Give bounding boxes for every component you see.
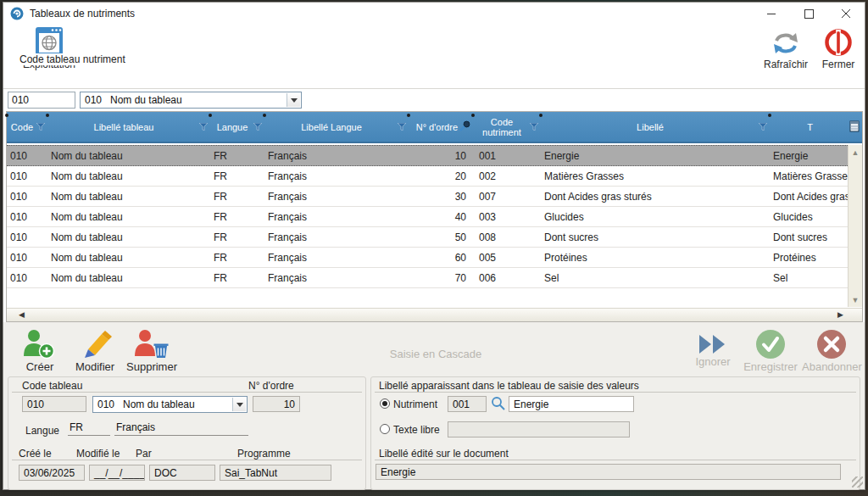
- column-header[interactable]: Langue: [210, 112, 264, 142]
- save-button[interactable]: Enregistrer: [743, 329, 798, 373]
- table-row[interactable]: 010Nom du tableauFRFrançais60005Protéine…: [7, 248, 848, 268]
- column-header[interactable]: Libellé: [541, 112, 770, 142]
- modify-button[interactable]: Modifier: [70, 329, 120, 373]
- filter-code-input[interactable]: [8, 92, 75, 109]
- column-resize-handle[interactable]: [407, 114, 410, 117]
- table-cell: Nom du tableau: [47, 187, 210, 206]
- form-combo-label: Nom du tableau: [123, 398, 195, 410]
- table-cell: Français: [264, 227, 409, 247]
- column-header-label: Langue: [213, 122, 252, 132]
- create-label: Créer: [26, 360, 54, 373]
- column-header[interactable]: Libellé Langue: [264, 112, 409, 142]
- column-resize-handle[interactable]: [471, 114, 475, 117]
- table-cell: 40: [409, 207, 473, 226]
- form-table-combo[interactable]: 010Nom du tableau: [92, 396, 248, 413]
- app-window: Tableaux de nutriments Exploitation: [3, 2, 865, 490]
- table-cell: Français: [264, 268, 409, 287]
- scroll-left-arrow-icon[interactable]: ◀: [19, 310, 25, 319]
- column-header-label: Libellé: [543, 122, 757, 132]
- save-check-icon: [755, 329, 786, 359]
- filter-funnel-icon[interactable]: [253, 123, 262, 131]
- scroll-right-arrow-icon[interactable]: ▶: [837, 310, 843, 319]
- power-close-icon: [824, 28, 853, 57]
- maximize-button[interactable]: [790, 3, 827, 25]
- par-field: DOC: [149, 465, 215, 481]
- combo-dropdown-arrow-icon[interactable]: [287, 93, 300, 107]
- table-cell: 010: [7, 187, 47, 206]
- column-header[interactable]: N° d'ordre: [409, 112, 473, 142]
- vertical-scrollbar[interactable]: ▲ ▼: [848, 145, 862, 307]
- nutriment-code-field: 001: [448, 396, 487, 412]
- filter-funnel-icon[interactable]: [398, 123, 406, 131]
- column-resize-handle[interactable]: [263, 114, 266, 117]
- nutriment-radio[interactable]: [380, 398, 390, 409]
- nutriment-lookup-icon[interactable]: [491, 396, 506, 411]
- section-rule: [375, 460, 856, 460]
- table-cell: Matières Grasses: [541, 166, 770, 186]
- close-button[interactable]: Fermer: [815, 28, 861, 70]
- libelle-groupbox: Libellé apparaissant dans le tableau de …: [370, 376, 860, 490]
- table-row[interactable]: 010Nom du tableauFRFrançais70006SelSel: [7, 268, 848, 288]
- cree-le-label: Créé le: [19, 448, 52, 460]
- column-header-label: Libellé Langue: [267, 122, 396, 132]
- table-cell: Dont sucres: [541, 227, 770, 247]
- filter-funnel-icon[interactable]: [530, 123, 538, 131]
- column-header[interactable]: Code: [7, 112, 47, 142]
- window-close-button[interactable]: [827, 3, 865, 25]
- column-resize-handle[interactable]: [539, 114, 542, 117]
- abandon-button[interactable]: Abandonner: [802, 329, 861, 373]
- table-cell: 010: [7, 227, 47, 247]
- ordre-label: N° d'ordre: [248, 380, 294, 392]
- scroll-up-arrow-icon[interactable]: ▲: [849, 146, 862, 159]
- lower-panel: Créer Modifier Supprimer Saisie en Casca…: [3, 322, 865, 489]
- toolbar: Exploitation Rafraîchir Fermer: [3, 25, 865, 75]
- table-cell: Nom du tableau: [47, 146, 210, 165]
- nutriment-libelle-field[interactable]: Energie: [509, 396, 634, 412]
- filter-funnel-icon[interactable]: [36, 123, 45, 131]
- table-row[interactable]: 010Nom du tableauFRFrançais20002Matières…: [7, 166, 848, 187]
- table-cell: Nom du tableau: [47, 268, 210, 287]
- column-resize-handle[interactable]: [5, 114, 8, 117]
- table-row[interactable]: 010Nom du tableauFRFrançais10001EnergieE…: [7, 145, 848, 166]
- filter-caption: Code tableau nutriment: [18, 53, 127, 65]
- sort-magnifier-icon[interactable]: [459, 120, 470, 131]
- create-button[interactable]: Créer: [19, 329, 61, 373]
- table-cell: 30: [409, 187, 473, 206]
- table-cell: 003: [473, 207, 541, 226]
- grid-options-icon[interactable]: [849, 120, 860, 132]
- table-cell: FR: [210, 207, 264, 226]
- form-combo-dropdown-arrow-icon[interactable]: [232, 398, 246, 411]
- ignore-button[interactable]: Ignorer: [688, 334, 737, 368]
- column-header[interactable]: Libellé tableau: [47, 112, 210, 142]
- delete-person-trash-icon: [133, 329, 170, 359]
- libelle-document-label: Libellé édité sur le document: [379, 448, 509, 460]
- column-resize-handle[interactable]: [46, 114, 49, 117]
- table-row[interactable]: 010Nom du tableauFRFrançais40003Glucides…: [7, 207, 848, 227]
- filter-funnel-icon[interactable]: [199, 123, 208, 131]
- horizontal-scrollbar[interactable]: ◀ ▶: [7, 308, 862, 321]
- table-row[interactable]: 010Nom du tableauFRFrançais50008Dont suc…: [7, 227, 848, 248]
- column-header-label: T: [772, 122, 848, 132]
- scroll-down-arrow-icon[interactable]: ▼: [849, 293, 862, 306]
- form-combo-code: 010: [97, 398, 123, 410]
- programme-label: Programme: [237, 448, 291, 460]
- minimize-button[interactable]: [753, 3, 790, 25]
- column-header[interactable]: T: [770, 112, 862, 142]
- filter-table-combo[interactable]: 010Nom du tableau: [80, 92, 302, 109]
- table-cell: 007: [473, 187, 541, 206]
- table-row[interactable]: 010Nom du tableauFRFrançais30007Dont Aci…: [7, 187, 848, 207]
- column-resize-handle[interactable]: [768, 114, 771, 117]
- close-label: Fermer: [822, 59, 855, 70]
- column-header-label: N° d'ordre: [411, 122, 458, 132]
- refresh-button[interactable]: Rafraîchir: [761, 30, 810, 70]
- table-cell: 010: [7, 207, 47, 226]
- delete-button[interactable]: Supprimer: [125, 329, 179, 373]
- column-header[interactable]: Code nutriment: [473, 112, 541, 142]
- column-resize-handle[interactable]: [209, 114, 212, 117]
- table-cell: FR: [210, 268, 264, 287]
- langue-label: Langue: [25, 425, 59, 437]
- filter-row: 010Nom du tableau: [3, 89, 865, 111]
- texte-libre-radio[interactable]: [380, 424, 390, 434]
- resize-grip[interactable]: [852, 476, 863, 488]
- filter-funnel-icon[interactable]: [759, 123, 767, 131]
